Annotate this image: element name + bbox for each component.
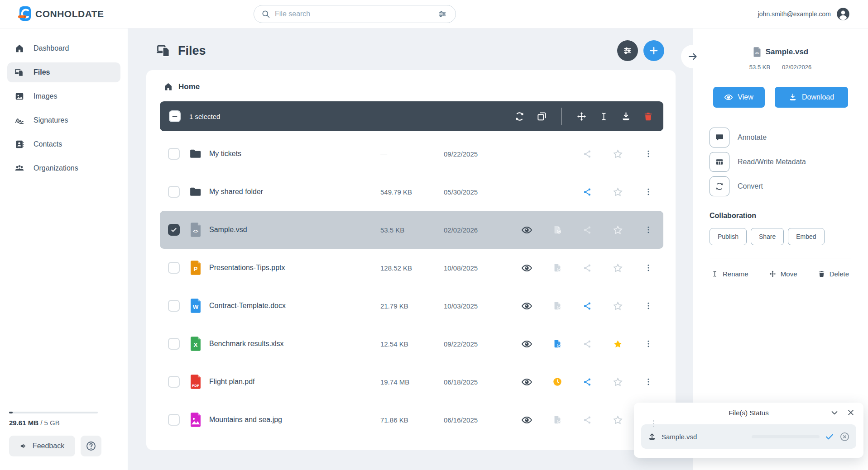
share-button[interactable]: Share xyxy=(751,228,784,245)
view-settings-button[interactable] xyxy=(617,40,638,61)
row-checkbox[interactable] xyxy=(168,338,180,350)
annotate-action[interactable]: Annotate xyxy=(710,128,868,147)
row-checkbox[interactable] xyxy=(168,300,180,312)
row-checkbox[interactable] xyxy=(168,262,180,274)
collapse-panel-button[interactable] xyxy=(681,45,705,68)
row-menu-icon[interactable] xyxy=(644,149,653,158)
download-icon[interactable] xyxy=(621,111,631,122)
star-icon[interactable] xyxy=(613,187,623,197)
sidebar-item-label: Images xyxy=(34,92,57,100)
user-email: john.smith@example.com xyxy=(758,10,831,18)
feedback-label: Feedback xyxy=(33,442,64,450)
publish-button[interactable]: Publish xyxy=(710,228,747,245)
add-file-button[interactable] xyxy=(643,40,664,61)
avatar-icon[interactable] xyxy=(836,7,850,21)
file-row[interactable]: XBenchmark results.xlsx12.54 KB09/22/202… xyxy=(160,325,663,363)
home-icon xyxy=(14,43,24,53)
star-icon[interactable] xyxy=(613,263,623,273)
document-check-icon[interactable] xyxy=(552,339,562,349)
file-row[interactable]: <>Sample.vsd53.5 KB02/02/2026 xyxy=(160,211,663,249)
document-check-icon[interactable] xyxy=(552,263,562,273)
row-checkbox[interactable] xyxy=(168,224,180,236)
breadcrumb[interactable]: Home xyxy=(163,82,663,91)
view-button[interactable]: View xyxy=(713,87,765,108)
star-icon[interactable] xyxy=(613,339,623,349)
sidebar-item-dashboard[interactable]: Dashboard xyxy=(7,38,120,58)
search-filter-icon[interactable] xyxy=(437,9,447,19)
row-menu-icon[interactable] xyxy=(644,225,653,234)
detail-file-size: 53.5 KB xyxy=(749,64,770,71)
rename-icon[interactable] xyxy=(599,111,609,122)
refresh-icon[interactable] xyxy=(514,111,525,122)
read-write-metadata-action[interactable]: Read/Write Metadata xyxy=(710,152,868,172)
file-list: My tickets—09/22/2025My shared folder549… xyxy=(160,135,663,439)
delete-button[interactable]: Delete xyxy=(818,270,849,278)
star-icon[interactable] xyxy=(613,415,623,425)
move-button[interactable]: Move xyxy=(769,270,797,278)
share-icon[interactable] xyxy=(583,187,592,197)
file-row[interactable]: WContract-Template.docx21.79 KB10/03/202… xyxy=(160,287,663,325)
preview-eye-icon[interactable] xyxy=(521,376,532,388)
share-icon[interactable] xyxy=(583,415,592,425)
plus-icon xyxy=(648,45,659,56)
page-title: Files xyxy=(178,44,206,58)
search-input[interactable] xyxy=(275,10,433,18)
star-icon[interactable] xyxy=(613,149,623,159)
preview-eye-icon[interactable] xyxy=(521,300,532,312)
row-checkbox[interactable] xyxy=(168,186,180,198)
row-menu-icon[interactable] xyxy=(644,187,653,196)
row-checkbox[interactable] xyxy=(168,376,180,388)
row-menu-icon[interactable] xyxy=(644,377,653,386)
preview-eye-icon[interactable] xyxy=(521,338,532,350)
row-menu-icon[interactable] xyxy=(644,263,653,272)
star-icon[interactable] xyxy=(613,301,623,311)
document-check-icon[interactable] xyxy=(552,415,562,425)
select-all-checkbox[interactable] xyxy=(169,110,181,122)
file-row[interactable]: My tickets—09/22/2025 xyxy=(160,135,663,173)
row-menu-icon[interactable] xyxy=(644,301,653,310)
file-row[interactable]: Mountains and sea.jpg71.86 KB06/16/2025 xyxy=(160,401,663,439)
share-icon[interactable] xyxy=(583,149,592,159)
embed-button[interactable]: Embed xyxy=(788,228,824,245)
download-button[interactable]: Download xyxy=(775,87,848,108)
sidebar-item-signatures[interactable]: Signatures xyxy=(7,110,120,130)
star-icon[interactable] xyxy=(613,225,623,235)
document-check-icon[interactable] xyxy=(552,225,562,235)
rename-button[interactable]: Rename xyxy=(711,270,748,278)
trash-icon xyxy=(818,270,825,278)
sidebar-item-organizations[interactable]: Organizations xyxy=(7,158,120,178)
feedback-button[interactable]: Feedback xyxy=(9,436,75,456)
row-checkbox[interactable] xyxy=(168,148,180,160)
preview-eye-icon[interactable] xyxy=(521,262,532,274)
file-date: 06/18/2025 xyxy=(444,378,512,386)
close-icon[interactable] xyxy=(846,408,855,417)
preview-eye-icon[interactable] xyxy=(521,224,532,236)
sidebar-item-files[interactable]: Files xyxy=(7,62,120,82)
preview-eye-icon[interactable] xyxy=(521,414,532,426)
row-menu-icon[interactable] xyxy=(644,339,653,348)
trash-icon[interactable] xyxy=(643,111,653,122)
share-icon[interactable] xyxy=(583,263,592,273)
cancel-circle-icon[interactable] xyxy=(839,432,850,442)
share-icon[interactable] xyxy=(583,301,592,311)
help-button[interactable] xyxy=(81,436,101,456)
convert-action[interactable]: Convert xyxy=(710,176,868,196)
processing-clock-icon[interactable] xyxy=(552,377,562,387)
sidebar-item-contacts[interactable]: Contacts xyxy=(7,134,120,154)
files-status-popup: File(s) Status Sample.vsd xyxy=(634,403,863,458)
file-row[interactable]: My shared folder549.79 KB05/30/2025 xyxy=(160,173,663,211)
duplicate-icon[interactable] xyxy=(537,111,547,122)
move-icon[interactable] xyxy=(576,111,587,122)
sidebar-item-images[interactable]: Images xyxy=(7,86,120,106)
storage-used: 29.61 MB xyxy=(9,419,38,427)
file-row[interactable]: PPresentations-Tips.pptx128.52 KB10/08/2… xyxy=(160,249,663,287)
document-check-icon[interactable] xyxy=(552,301,562,311)
share-icon[interactable] xyxy=(583,377,592,387)
share-icon[interactable] xyxy=(583,225,592,235)
file-name: Presentations-Tips.pptx xyxy=(209,264,380,272)
row-checkbox[interactable] xyxy=(168,414,180,426)
star-icon[interactable] xyxy=(613,377,623,387)
chevron-down-icon[interactable] xyxy=(830,408,839,417)
share-icon[interactable] xyxy=(583,339,592,349)
file-row[interactable]: PDFFlight plan.pdf19.74 MB06/18/2025 xyxy=(160,363,663,401)
